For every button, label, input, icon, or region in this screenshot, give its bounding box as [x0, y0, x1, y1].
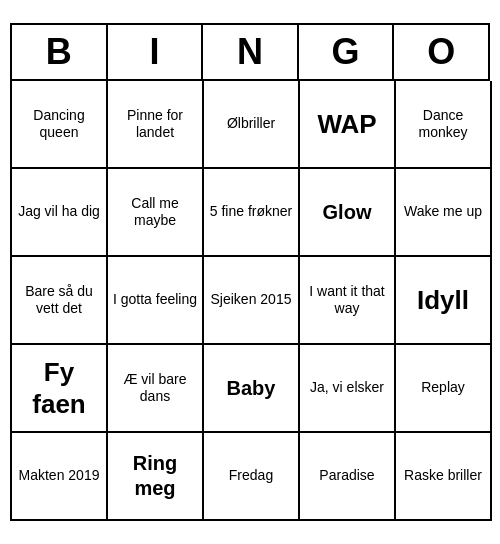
bingo-cell[interactable]: Ja, vi elsker	[300, 345, 396, 433]
bingo-cell[interactable]: I gotta feeling	[108, 257, 204, 345]
bingo-cell[interactable]: Wake me up	[396, 169, 492, 257]
bingo-cell[interactable]: Raske briller	[396, 433, 492, 521]
cell-text: Idyll	[417, 284, 469, 317]
cell-text: Baby	[227, 376, 276, 401]
cell-text: Jag vil ha dig	[18, 203, 100, 221]
bingo-cell[interactable]: 5 fine frøkner	[204, 169, 300, 257]
bingo-cell[interactable]: WAP	[300, 81, 396, 169]
cell-text: Bare så du vett det	[16, 283, 102, 318]
cell-text: Ja, vi elsker	[310, 379, 384, 397]
cell-text: Paradise	[319, 467, 374, 485]
bingo-cell[interactable]: Pinne for landet	[108, 81, 204, 169]
bingo-cell[interactable]: Call me maybe	[108, 169, 204, 257]
cell-text: I want it that way	[304, 283, 390, 318]
cell-text: Wake me up	[404, 203, 482, 221]
cell-text: Dancing queen	[16, 107, 102, 142]
cell-text: Ølbriller	[227, 115, 275, 133]
bingo-cell[interactable]: Jag vil ha dig	[12, 169, 108, 257]
bingo-cell[interactable]: Baby	[204, 345, 300, 433]
header-letter: N	[203, 25, 299, 81]
bingo-cell[interactable]: Idyll	[396, 257, 492, 345]
header-letter: B	[12, 25, 108, 81]
bingo-cell[interactable]: Sjeiken 2015	[204, 257, 300, 345]
cell-text: Call me maybe	[112, 195, 198, 230]
bingo-cell[interactable]: Replay	[396, 345, 492, 433]
bingo-cell[interactable]: Makten 2019	[12, 433, 108, 521]
bingo-cell[interactable]: I want it that way	[300, 257, 396, 345]
cell-text: Fredag	[229, 467, 273, 485]
bingo-cell[interactable]: Bare så du vett det	[12, 257, 108, 345]
cell-text: Pinne for landet	[112, 107, 198, 142]
bingo-cell[interactable]: Dance monkey	[396, 81, 492, 169]
cell-text: Dance monkey	[400, 107, 486, 142]
cell-text: Sjeiken 2015	[211, 291, 292, 309]
cell-text: Glow	[323, 200, 372, 225]
cell-text: Replay	[421, 379, 465, 397]
bingo-cell[interactable]: Fy faen	[12, 345, 108, 433]
bingo-card: BINGO Dancing queenPinne for landetØlbri…	[10, 23, 490, 521]
bingo-cell[interactable]: Æ vil bare dans	[108, 345, 204, 433]
cell-text: WAP	[317, 108, 376, 141]
cell-text: Raske briller	[404, 467, 482, 485]
bingo-cell[interactable]: Fredag	[204, 433, 300, 521]
bingo-grid: Dancing queenPinne for landetØlbrillerWA…	[10, 81, 490, 521]
bingo-cell[interactable]: Ølbriller	[204, 81, 300, 169]
bingo-header: BINGO	[10, 23, 490, 81]
bingo-cell[interactable]: Dancing queen	[12, 81, 108, 169]
cell-text: I gotta feeling	[113, 291, 197, 309]
cell-text: 5 fine frøkner	[210, 203, 292, 221]
cell-text: Makten 2019	[19, 467, 100, 485]
cell-text: Ring meg	[112, 451, 198, 501]
cell-text: Æ vil bare dans	[112, 371, 198, 406]
bingo-cell[interactable]: Paradise	[300, 433, 396, 521]
bingo-cell[interactable]: Ring meg	[108, 433, 204, 521]
header-letter: G	[299, 25, 395, 81]
header-letter: I	[108, 25, 204, 81]
cell-text: Fy faen	[16, 356, 102, 421]
bingo-cell[interactable]: Glow	[300, 169, 396, 257]
header-letter: O	[394, 25, 490, 81]
